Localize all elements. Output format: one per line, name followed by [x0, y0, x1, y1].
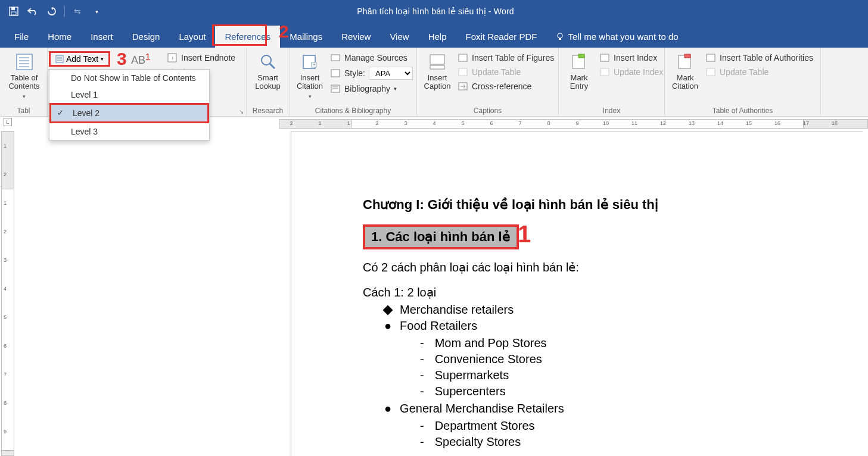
insert-caption-label: Insert Caption — [424, 74, 451, 91]
svg-text:i: i — [172, 55, 173, 61]
group-toc: Table of Contents ▾ Tabl — [0, 48, 48, 116]
vertical-ruler-column: L 12123456789 — [0, 117, 17, 456]
style-icon — [330, 68, 341, 79]
list-item: Department Stores — [420, 419, 791, 433]
list-item: Merchandise retailers — [384, 303, 791, 317]
tab-help[interactable]: Help — [419, 26, 456, 48]
index-icon — [599, 52, 610, 63]
mark-entry-label: Mark Entry — [570, 74, 588, 91]
group-captions: Insert Caption Insert Table of Figures U… — [417, 48, 559, 116]
add-text-button[interactable]: Add Text ▾ — [49, 51, 110, 67]
document-page[interactable]: Chương I: Giới thiệu về loại hình bán lẻ… — [291, 131, 863, 456]
paragraph-2: Cách 1: 2 loại — [363, 285, 791, 299]
tab-insert[interactable]: Insert — [81, 26, 123, 48]
menu-item-level-1[interactable]: Level 1 — [49, 86, 209, 103]
group-research: Smart Lookup Research — [247, 48, 290, 116]
update-icon — [458, 67, 468, 77]
svg-rect-27 — [430, 65, 444, 69]
list-item: Convenience Stores — [420, 352, 791, 366]
tab-view[interactable]: View — [380, 26, 418, 48]
tell-me-search[interactable]: Tell me what you want to do — [547, 26, 687, 48]
cross-reference-button[interactable]: Cross-reference — [455, 80, 556, 93]
lightbulb-icon — [555, 32, 565, 42]
tab-review[interactable]: Review — [332, 26, 380, 48]
manage-sources-button[interactable]: Manage Sources — [328, 51, 415, 64]
group-label-index: Index — [559, 107, 664, 115]
tell-me-label: Tell me what you want to do — [568, 32, 679, 42]
document-title: Phân tích loại hình bán lẻ siêu thị - Wo… — [110, 7, 761, 16]
toc-icon — [15, 52, 34, 71]
qat-customize-icon[interactable]: ⇆ — [71, 5, 84, 18]
ribbon-body: Table of Contents ▾ Tabl Add Text ▾ 3 Do… — [0, 48, 868, 117]
smart-lookup-button[interactable]: Smart Lookup — [251, 50, 284, 91]
menu-item-level-3[interactable]: Level 3 — [49, 123, 209, 140]
toc-label: Table of Contents — [8, 74, 39, 91]
tab-home[interactable]: Home — [38, 26, 81, 48]
ab-icon: AB1 — [131, 51, 150, 67]
svg-point-16 — [262, 55, 271, 65]
selected-heading[interactable]: 1. Các loại hình bán lẻ — [363, 224, 519, 249]
chevron-down-icon: ▾ — [101, 56, 104, 62]
mark-citation-label: Mark Citation — [672, 74, 698, 91]
add-text-dropdown: Do Not Show in Table of Contents Level 1… — [49, 69, 210, 140]
insert-table-figures-button[interactable]: Insert Table of Figures — [455, 51, 556, 64]
svg-rect-36 — [685, 54, 690, 58]
document-column: 21123456789101112131415161718 Chương I: … — [17, 117, 868, 456]
bullet-icon: ● — [384, 402, 391, 415]
tab-layout[interactable]: Layout — [169, 26, 215, 48]
redo-icon[interactable] — [45, 5, 58, 18]
svg-rect-4 — [559, 38, 561, 40]
mark-entry-icon — [570, 52, 589, 71]
bibliography-button[interactable]: Bibliography ▾ — [328, 82, 415, 95]
menu-item-level-2[interactable]: ✓Level 2 — [49, 103, 209, 123]
svg-rect-26 — [430, 55, 444, 64]
table-of-contents-button[interactable]: Table of Contents ▾ — [6, 50, 42, 99]
chevron-down-icon: ▾ — [394, 86, 397, 92]
mark-citation-button[interactable]: Mark Citation — [670, 50, 701, 91]
svg-rect-38 — [707, 68, 715, 76]
tab-design[interactable]: Design — [123, 26, 170, 48]
page-area: Chương I: Giới thiệu về loại hình bán lẻ… — [17, 131, 868, 456]
tab-foxit[interactable]: Foxit Reader PDF — [456, 26, 547, 48]
crossref-icon — [458, 81, 468, 92]
group-label-research: Research — [247, 107, 289, 115]
tab-references[interactable]: References — [215, 26, 280, 48]
mark-citation-icon — [676, 52, 695, 71]
chevron-down-icon: ▾ — [309, 93, 312, 99]
add-text-button-wrap: Add Text ▾ 3 Do Not Show in Table of Con… — [49, 51, 110, 67]
figures-icon — [458, 52, 468, 63]
annotation-number-2: 2 — [279, 21, 289, 42]
heading-chapter: Chương I: Giới thiệu về loại hình bán lẻ… — [363, 197, 791, 213]
annotation-number-1: 1 — [518, 221, 531, 248]
ruler-corner[interactable]: L — [4, 118, 12, 126]
update-index-icon — [599, 67, 610, 77]
style-dropdown[interactable]: APA — [369, 67, 413, 80]
insert-index-button[interactable]: Insert Index — [597, 51, 665, 64]
vertical-ruler[interactable]: 12123456789 — [1, 131, 14, 456]
update-authorities-button: Update Table — [703, 65, 816, 79]
save-icon[interactable] — [7, 5, 20, 18]
insert-endnote-button[interactable]: iInsert Endnote — [164, 51, 238, 64]
undo-icon[interactable] — [26, 5, 39, 18]
menu-item-do-not-show[interactable]: Do Not Show in Table of Contents — [49, 70, 209, 86]
update-auth-icon — [705, 67, 716, 77]
annotation-number-3: 3 — [117, 49, 127, 69]
tab-file[interactable]: File — [5, 26, 38, 48]
dialog-launcher-icon[interactable]: ↘ — [239, 108, 244, 115]
insert-authorities-button[interactable]: Insert Table of Authorities — [703, 51, 816, 64]
svg-rect-28 — [459, 54, 467, 61]
bibliography-icon — [330, 83, 341, 94]
ribbon-tabs: File Home Insert Design Layout Reference… — [0, 23, 868, 48]
mark-entry-button[interactable]: Mark Entry — [564, 50, 595, 91]
bullet-icon: ● — [384, 319, 391, 332]
qat-dropdown-icon[interactable]: ▾ — [90, 5, 103, 18]
insert-caption-button[interactable]: Insert Caption — [422, 50, 453, 91]
list-item: Mom and Pop Stores — [420, 336, 791, 350]
chevron-down-icon: ▾ — [23, 93, 26, 99]
svg-rect-5 — [17, 54, 32, 70]
svg-rect-21 — [331, 55, 340, 61]
style-select[interactable]: Style: APA — [328, 65, 415, 81]
horizontal-ruler[interactable]: 21123456789101112131415161718 — [279, 117, 868, 131]
svg-rect-34 — [601, 68, 609, 76]
insert-citation-button[interactable]: + Insert Citation ▾ — [294, 50, 325, 99]
